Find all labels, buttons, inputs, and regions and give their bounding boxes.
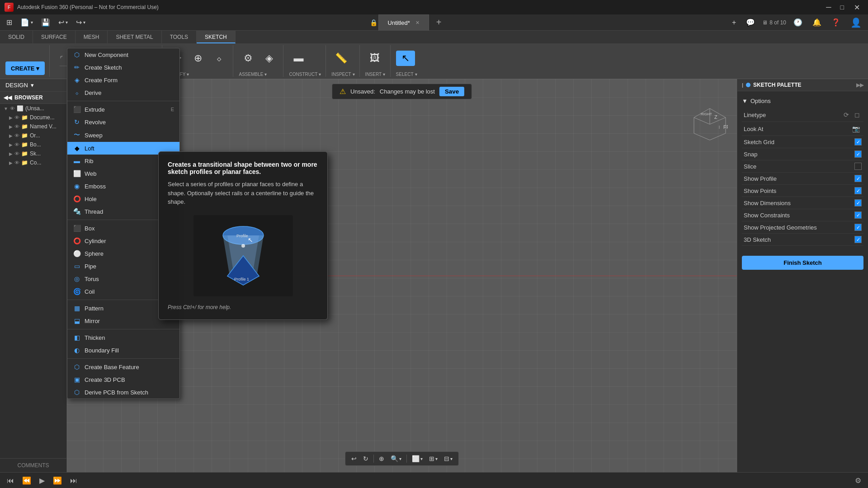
options-section-header[interactable]: ▼ Options xyxy=(742,96,863,108)
apps-button[interactable]: ⊞ xyxy=(4,16,15,28)
tab-mesh[interactable]: MESH xyxy=(75,31,108,43)
boundary-fill-label: Boundary Fill xyxy=(85,347,119,354)
menu-item-new-component[interactable]: ⬡New Component xyxy=(67,48,179,61)
image-icon: 🖼 xyxy=(370,52,380,64)
show-dimensions-label: Show Dimensions xyxy=(744,200,854,206)
show-constraints-checkbox[interactable]: ✓ xyxy=(854,211,862,219)
browser-item-root[interactable]: ▼ 👁 ⬜ (Unsa... xyxy=(0,104,66,113)
playback-prev-button[interactable]: ⏪ xyxy=(21,475,33,486)
linetype-icon-1[interactable]: ⟳ xyxy=(842,110,851,119)
tab-surface[interactable]: SURFACE xyxy=(33,31,75,43)
redo-button[interactable]: ↪▾ xyxy=(73,16,88,28)
sketch-grid-checkbox[interactable]: ✓ xyxy=(854,138,862,145)
tab-solid[interactable]: SOLID xyxy=(0,31,33,43)
svg-text:RIGHT: RIGHT xyxy=(701,112,712,116)
vp-display-btn[interactable]: ⬜▾ xyxy=(410,454,425,464)
notifications-button[interactable]: 🔔 xyxy=(810,16,824,28)
menu-item-derive[interactable]: ⬦Derive xyxy=(67,86,179,99)
tab-tools[interactable]: TOOLS xyxy=(162,31,197,43)
menu-item-create-sketch[interactable]: ✏Create Sketch xyxy=(67,61,179,74)
snap-checkbox[interactable]: ✓ xyxy=(854,150,862,158)
vp-orbit-btn[interactable]: ⊕ xyxy=(377,454,387,464)
playback-end-button[interactable]: ⏭ xyxy=(69,475,79,486)
minimize-button[interactable]: ─ xyxy=(823,2,834,12)
select-button[interactable]: ↖ xyxy=(396,51,415,66)
svg-text:Profile 1: Profile 1 xyxy=(234,277,249,282)
extension-button[interactable]: + xyxy=(729,17,739,28)
assembly-button[interactable]: ◈ xyxy=(259,51,278,66)
menu-item-create-3d-pcb[interactable]: ▣Create 3D PCB xyxy=(67,373,179,386)
settings-button[interactable]: ⚙ xyxy=(854,475,863,486)
menu-item-derive-pcb[interactable]: ⬡Derive PCB from Sketch xyxy=(67,386,179,399)
view-cube[interactable]: Z FRONT | RIGHT xyxy=(692,106,728,142)
3d-sketch-checkbox[interactable]: ✓ xyxy=(854,236,862,243)
browser-item-document[interactable]: ▶ 👁 📁 Docume... xyxy=(0,113,66,122)
vp-zoom-btn[interactable]: 🔍▾ xyxy=(388,454,404,464)
slice-checkbox[interactable] xyxy=(854,163,862,170)
collapse-btn[interactable]: | xyxy=(742,82,743,88)
inspect-label: INSPECT xyxy=(331,72,351,77)
add-tab-button[interactable]: + xyxy=(430,17,448,28)
tab-sketch[interactable]: SKETCH xyxy=(197,31,236,43)
menu-item-boundary-fill[interactable]: ◐Boundary Fill xyxy=(67,344,179,357)
design-mode-label[interactable]: DESIGN ▾ xyxy=(0,79,66,92)
boundary-fill-icon: ◐ xyxy=(73,347,81,354)
playback-start-button[interactable]: ⏮ xyxy=(5,475,15,486)
app-title: Autodesk Fusion 360 (Personal – Not for … xyxy=(17,4,820,10)
show-profile-checkbox[interactable]: ✓ xyxy=(854,175,862,182)
browser-item-bodies[interactable]: ▶ 👁 📁 Bo... xyxy=(0,140,66,149)
look-at-label: Look At xyxy=(744,126,850,132)
show-projected-checkbox[interactable]: ✓ xyxy=(854,224,862,231)
save-button[interactable]: 💾 xyxy=(38,16,53,28)
account-button[interactable]: 👤 xyxy=(848,15,864,30)
browser-item-components[interactable]: ▶ 👁 📁 Co... xyxy=(0,158,66,167)
vp-grid-btn[interactable]: ⊞▾ xyxy=(427,454,440,464)
image-button[interactable]: 🖼 xyxy=(365,51,384,66)
file-tab-untitled[interactable]: Untitled* ✕ xyxy=(378,14,429,31)
plane-button[interactable]: ▬ xyxy=(289,51,308,66)
hole-icon: ⭕ xyxy=(73,195,81,202)
finish-sketch-button[interactable]: Finish Sketch xyxy=(742,256,863,270)
menu-item-revolve[interactable]: ↻Revolve xyxy=(67,116,179,128)
browser-item-sketches[interactable]: ▶ 👁 📁 Sk... xyxy=(0,149,66,158)
help-button[interactable]: ❓ xyxy=(829,16,843,28)
playback-next-button[interactable]: ⏩ xyxy=(52,475,63,486)
eye-icon: 👁 xyxy=(14,160,19,165)
joint-button[interactable]: ⚙ xyxy=(239,51,258,66)
box-icon: ⬛ xyxy=(73,225,81,232)
clock-button[interactable]: 🕐 xyxy=(791,16,805,28)
collapse-arrows[interactable]: ◀◀ xyxy=(4,94,12,101)
revolve-icon: ↻ xyxy=(73,118,81,126)
chat-button[interactable]: 💬 xyxy=(743,16,758,28)
playback-play-button[interactable]: ▶ xyxy=(38,475,46,486)
split-button[interactable]: ⬦ xyxy=(209,51,228,66)
browser-item-named-views[interactable]: ▶ 👁 📁 Named V... xyxy=(0,122,66,131)
show-dimensions-checkbox[interactable]: ✓ xyxy=(854,199,862,206)
menu-item-thicken[interactable]: ◧Thicken xyxy=(67,331,179,344)
tab-sheet-metal[interactable]: SHEET METAL xyxy=(108,31,161,43)
browser-item-origin[interactable]: ▶ 👁 📁 Or... xyxy=(0,131,66,140)
palette-expand-btn[interactable]: ▶▶ xyxy=(856,82,863,88)
menu-item-extrude[interactable]: ⬛ExtrudeE xyxy=(67,103,179,116)
construct-label: CONSTRUCT xyxy=(289,72,317,77)
undo-button[interactable]: ↩▾ xyxy=(56,16,71,28)
linetype-icon-2[interactable]: ◻ xyxy=(853,110,862,119)
vp-undo-btn[interactable]: ↩ xyxy=(349,454,359,464)
menu-item-create-form[interactable]: ◈Create Form xyxy=(67,74,179,86)
close-button[interactable]: ✕ xyxy=(850,2,863,13)
create-3d-pcb-icon: ▣ xyxy=(73,376,81,383)
show-points-checkbox[interactable]: ✓ xyxy=(854,187,862,194)
vp-redo-btn[interactable]: ↻ xyxy=(361,454,371,464)
menu-item-create-base-feature[interactable]: ⬡Create Base Feature xyxy=(67,361,179,373)
vp-settings-btn[interactable]: ⊟▾ xyxy=(442,454,455,464)
measure-button[interactable]: 📏 xyxy=(331,51,350,66)
menu-item-sweep[interactable]: 〜Sweep xyxy=(67,128,179,142)
look-at-icon[interactable]: 📷 xyxy=(850,124,862,133)
save-changes-button[interactable]: Save xyxy=(439,87,464,96)
create-dropdown-button[interactable]: CREATE ▾ xyxy=(5,61,45,75)
sketch-palette-header: | SKETCH PALETTE ▶▶ xyxy=(737,79,868,91)
new-file-button[interactable]: 📄▾ xyxy=(18,16,36,28)
combine-button[interactable]: ⊕ xyxy=(189,51,208,66)
tab-close-icon[interactable]: ✕ xyxy=(415,20,420,26)
maximize-button[interactable]: □ xyxy=(838,3,847,12)
